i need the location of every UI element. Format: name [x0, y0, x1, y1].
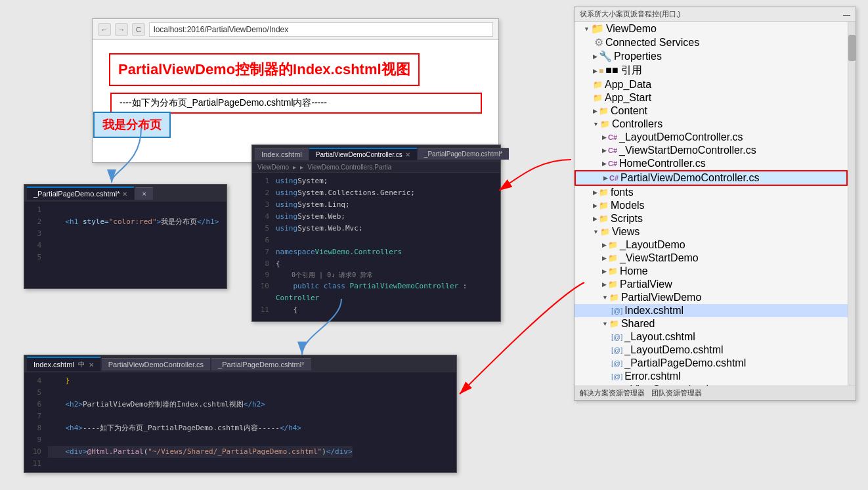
partial-label: 我是分布页: [93, 112, 171, 138]
layout-cshtml-label: _Layout.cshtml: [624, 331, 695, 343]
tab-x[interactable]: ×: [135, 187, 152, 200]
tab-partial-bottom[interactable]: _PartialPageDemo.cshtml*: [211, 358, 311, 370]
close-icon[interactable]: ✕: [122, 190, 127, 198]
controllers-label: Controllers: [612, 118, 662, 130]
layout-demo-cshtml-label: _LayoutDemo.cshtml: [624, 344, 723, 356]
sidebar-item-references[interactable]: ▶ ■ ■■ 引用: [575, 63, 848, 78]
team-explorer-btn[interactable]: 团队资源管理器: [651, 388, 702, 398]
sidebar-item-viewstart-ctrl[interactable]: ▶ C# _ViewStartDemoController.cs: [575, 144, 848, 157]
folder-icon: 📁: [599, 188, 609, 197]
sidebar-item-partial-view[interactable]: ▶ 📁 PartialView: [575, 278, 848, 291]
folder-icon: 📁: [599, 201, 609, 210]
folder-icon: 📁: [609, 319, 619, 328]
code-line: 10 <div>@Html.Partial("~/Views/Shared/_P…: [28, 446, 452, 458]
sidebar-item-shared[interactable]: ▼ 📁 Shared: [575, 317, 848, 330]
folder-icon: ■: [599, 66, 603, 76]
home-view-label: Home: [620, 265, 648, 277]
code-line: 4 using System.Web;: [256, 211, 496, 223]
sidebar-item-layout-ctrl[interactable]: ▶ C# _LayoutDemoController.cs: [575, 131, 848, 144]
cshtml-file-icon: [@]: [611, 372, 622, 380]
solution-explorer-titlebar: 状系所大小案页派音程控(用口,) —: [575, 7, 856, 22]
url-bar[interactable]: localhost:2016/PartialViewDemo/Index: [149, 22, 493, 37]
app-data-label: App_Data: [605, 79, 651, 91]
folder-icon: 📁: [593, 93, 603, 102]
code-editor-index: Index.cshtml 中 ✕ PartialViewDemoControll…: [24, 355, 457, 473]
minimize-icon[interactable]: —: [843, 11, 850, 18]
sidebar-item-scripts[interactable]: ▶ 📁 Scripts: [575, 212, 848, 225]
code-line: 4: [28, 240, 223, 252]
code-line: 9: [28, 434, 452, 446]
page-sub-heading: ----如下为分布页_PartialPageDemo.cshtml内容-----: [110, 93, 482, 114]
folder-icon: 📁: [600, 227, 610, 236]
breadcrumb-project: ViewDemo: [257, 164, 289, 171]
tab-controller[interactable]: PartialViewDemoController.cs ✕: [309, 148, 417, 160]
refresh-button[interactable]: C: [132, 23, 145, 36]
tab-controller-bottom[interactable]: PartialViewDemoController.cs: [102, 358, 210, 370]
sidebar-item-layout-cshtml[interactable]: [@] _Layout.cshtml: [575, 330, 848, 344]
gear-icon: ⚙: [594, 36, 603, 49]
cshtml-file-icon: [@]: [611, 359, 622, 367]
folder-icon: 📁: [600, 120, 610, 129]
code-line: 2 using System.Collections.Generic;: [256, 187, 496, 199]
sidebar-item-properties[interactable]: ▶ 🔧 Properties: [575, 49, 848, 63]
models-label: Models: [611, 200, 645, 212]
folder-icon: 📁: [608, 280, 618, 289]
breadcrumb-namespace: ViewDemo.Controllers.Partia: [307, 164, 391, 171]
sidebar-item-home-view[interactable]: ▶ 📁 Home: [575, 265, 848, 278]
folder-icon: 📁: [609, 293, 619, 302]
cshtml-file-icon: [@]: [611, 307, 622, 315]
solution-explorer-btn[interactable]: 解决方案资源管理器: [580, 388, 645, 398]
tab-bar-small: _PartialPageDemo.cshtml* ✕ ×: [24, 185, 227, 202]
cs-file-icon: C#: [608, 146, 617, 154]
sidebar-item-app-data[interactable]: 📁 App_Data: [575, 78, 848, 91]
close-icon[interactable]: ✕: [405, 151, 410, 158]
tab-partial-mid[interactable]: _PartialPageDemo.cshtml*: [418, 148, 510, 160]
sidebar-item-connected-services[interactable]: ⚙ Connected Services: [575, 35, 848, 49]
sidebar-item-layout-demo[interactable]: ▶ 📁 _LayoutDemo: [575, 238, 848, 252]
code-line: 11: [28, 458, 452, 470]
sidebar-item-partial-ctrl[interactable]: ▶ C# PartialViewDemoController.cs: [575, 170, 848, 186]
back-button[interactable]: ←: [98, 23, 111, 36]
sidebar-item-models[interactable]: ▶ 📁 Models: [575, 199, 848, 212]
code-editor-controller: Index.cshtml PartialViewDemoController.c…: [251, 145, 501, 322]
folder-icon: 📁: [593, 80, 603, 89]
sidebar-item-viewstart-demo[interactable]: ▶ 📁 _ViewStartDemo: [575, 252, 848, 265]
sidebar-item-controllers[interactable]: ▼ 📁 Controllers: [575, 118, 848, 131]
scrollbar[interactable]: [848, 22, 856, 386]
se-project-root[interactable]: ▼ 📁 ViewDemo: [575, 22, 848, 35]
tab-index-cshtml[interactable]: Index.cshtml: [255, 148, 309, 160]
tab-index-bottom[interactable]: Index.cshtml 中 ✕: [27, 357, 100, 371]
layout-demo-label: _LayoutDemo: [620, 239, 685, 251]
shared-label: Shared: [621, 318, 655, 330]
sidebar-item-index-cshtml[interactable]: [@] Index.cshtml: [575, 304, 848, 317]
tab-partial-page[interactable]: _PartialPageDemo.cshtml* ✕: [27, 187, 134, 200]
sidebar-item-content[interactable]: ▶ 📁 Content: [575, 104, 848, 118]
code-body-bottom: 4 } 5 6 <h2>PartialViewDemo控制器的Index.csh…: [24, 372, 456, 472]
browser-window: ← → C localhost:2016/PartialViewDemo/Ind…: [92, 18, 499, 163]
folder-icon: 📁: [591, 22, 604, 35]
sidebar-item-partial-page-cshtml[interactable]: [@] _PartialPageDemo.cshtml: [575, 357, 848, 370]
sidebar-item-home-ctrl[interactable]: ▶ C# HomeController.cs: [575, 157, 848, 170]
views-label: Views: [612, 226, 640, 238]
sidebar-item-app-start[interactable]: 📁 App_Start: [575, 91, 848, 104]
code-line: 1 using System;: [256, 175, 496, 187]
cs-file-icon: C#: [608, 160, 617, 167]
folder-icon: 📁: [599, 106, 609, 116]
forward-button[interactable]: →: [115, 23, 128, 36]
sidebar-item-views[interactable]: ▼ 📁 Views: [575, 225, 848, 238]
scroll-thumb[interactable]: [848, 35, 856, 61]
wrench-icon: 🔧: [599, 50, 612, 62]
sidebar-item-error-cshtml[interactable]: [@] Error.cshtml: [575, 370, 848, 383]
se-main-area: ▼ 📁 ViewDemo ⚙ Connected Services ▶ 🔧 Pr…: [575, 22, 856, 386]
sidebar-item-fonts[interactable]: ▶ 📁 fonts: [575, 186, 848, 199]
tab-bar-bottom: Index.cshtml 中 ✕ PartialViewDemoControll…: [24, 355, 456, 372]
code-line: 8 <h4>----如下为分布页_PartialPageDemo.cshtml内…: [28, 422, 452, 434]
home-ctrl-label: HomeController.cs: [619, 158, 706, 169]
close-icon[interactable]: ✕: [89, 361, 94, 368]
project-name: ViewDemo: [606, 23, 657, 35]
code-line: 1: [28, 204, 223, 216]
sidebar-item-layout-demo-cshtml[interactable]: [@] _LayoutDemo.cshtml: [575, 344, 848, 357]
sidebar-item-partial-view-demo[interactable]: ▼ 📁 PartialViewDemo: [575, 291, 848, 304]
tab-bar-mid: Index.cshtml PartialViewDemoController.c…: [252, 145, 500, 162]
code-line: 3 using System.Linq;: [256, 199, 496, 211]
